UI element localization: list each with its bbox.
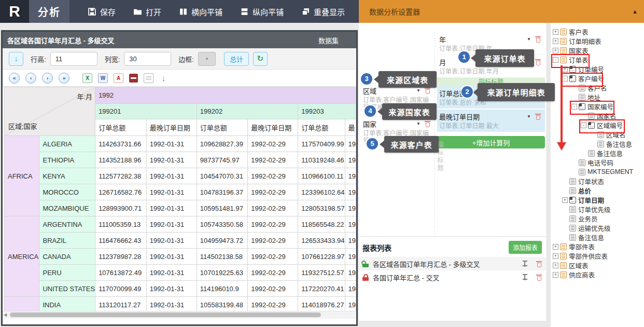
value-cell-clipped: 19 bbox=[345, 297, 356, 311]
tree-item[interactable]: 运输优先级 bbox=[551, 223, 644, 233]
expand-icon[interactable]: + bbox=[553, 253, 558, 259]
delete-field-icon[interactable] bbox=[535, 59, 541, 65]
tree-item-label: 客户名 bbox=[587, 83, 607, 93]
delete-field-icon[interactable] bbox=[535, 36, 541, 43]
apply-row-height-button[interactable]: ↓ bbox=[9, 52, 23, 66]
month-header-cell: 199203 bbox=[298, 104, 356, 119]
tab-analysis[interactable]: 分析 bbox=[29, 0, 69, 23]
expand-icon[interactable]: + bbox=[553, 263, 558, 268]
expand-icon[interactable]: + bbox=[562, 66, 568, 72]
collapse-icon[interactable]: - bbox=[581, 122, 586, 128]
scrollbar-thumb[interactable] bbox=[10, 312, 321, 317]
expand-icon[interactable]: + bbox=[553, 272, 558, 278]
tree-item-label: 备注信息 bbox=[578, 233, 604, 242]
tile-horizontal-button[interactable]: 横向平铺 bbox=[170, 0, 231, 23]
window-titlebar[interactable]: 各区域各国订单年月汇总 - 多级交叉 数据集 bbox=[3, 32, 356, 48]
download-icon[interactable]: ↓ bbox=[159, 74, 168, 83]
chevron-down-icon[interactable]: ▼ bbox=[416, 88, 421, 93]
row-height-input[interactable] bbox=[50, 52, 97, 66]
prev-page-button[interactable]: ‹ bbox=[25, 73, 36, 84]
tile-vertical-button[interactable]: 纵向平铺 bbox=[231, 0, 292, 23]
callout-badge-1: 1 bbox=[458, 51, 470, 63]
tree-item[interactable]: 备注信息 bbox=[551, 148, 644, 158]
tree-item[interactable]: 区域名 bbox=[551, 130, 644, 139]
tree-item[interactable]: MKTSEGMENT bbox=[551, 167, 644, 176]
collapse-icon[interactable]: - bbox=[571, 104, 577, 110]
tree-item[interactable]: 订单优先级 bbox=[551, 205, 644, 214]
scroll-left-icon[interactable]: ◀ bbox=[4, 312, 7, 317]
tree-item[interactable]: 地址 bbox=[551, 92, 644, 102]
tree-item-label: 订单状态 bbox=[578, 176, 604, 186]
chevron-down-icon[interactable]: ▼ bbox=[416, 121, 421, 126]
first-page-button[interactable]: « bbox=[9, 73, 20, 84]
border-select[interactable]: ▼ bbox=[198, 52, 216, 66]
pdf-icon[interactable]: A bbox=[114, 73, 123, 83]
add-report-button[interactable]: 添加报表 bbox=[509, 241, 542, 254]
tree-item[interactable]: +订单日期 bbox=[551, 195, 644, 205]
open-button[interactable]: 打开 bbox=[124, 0, 170, 23]
refresh-button[interactable]: ↻ bbox=[253, 52, 268, 66]
tree-item[interactable]: +客户表 bbox=[551, 27, 644, 36]
country-cell: BRAZIL bbox=[39, 233, 95, 249]
chevron-down-icon[interactable]: ▼ bbox=[527, 37, 531, 42]
tree-item[interactable]: +国家表 bbox=[551, 46, 644, 55]
delete-field-icon[interactable] bbox=[425, 120, 430, 127]
tree-item[interactable]: +零部件供应表 bbox=[551, 251, 644, 261]
tree-item[interactable]: -客户编号 bbox=[551, 74, 644, 83]
collapse-panel-icon[interactable]: ▲ bbox=[632, 8, 644, 15]
field-icon bbox=[579, 159, 585, 166]
delete-report-icon[interactable] bbox=[536, 274, 542, 281]
tree-item[interactable]: 总价 bbox=[551, 186, 644, 195]
tree-item[interactable]: +订单编号 bbox=[551, 64, 644, 74]
expand-icon[interactable]: + bbox=[553, 38, 558, 44]
delete-field-icon[interactable] bbox=[535, 113, 541, 120]
tree-item[interactable]: -订单表 bbox=[551, 55, 644, 64]
excel-icon[interactable]: X bbox=[82, 73, 92, 83]
print-icon[interactable] bbox=[129, 74, 138, 83]
expand-icon[interactable]: + bbox=[553, 48, 558, 53]
word-icon[interactable]: W bbox=[98, 73, 108, 83]
measure-header-cell-clipped: 最 bbox=[345, 119, 356, 136]
tree-item[interactable]: 电话号码 bbox=[551, 158, 644, 167]
tree-item-label: 订单明细表 bbox=[569, 36, 601, 46]
horizontal-scrollbar[interactable]: ◀ bbox=[3, 311, 356, 319]
total-button[interactable]: 总计 bbox=[224, 52, 249, 66]
tree-item[interactable]: 备注信息 bbox=[551, 139, 644, 148]
next-page-button[interactable]: › bbox=[42, 73, 53, 84]
report-list-item[interactable]: 各区域各国订单年月汇总 - 多级交叉 bbox=[359, 257, 546, 270]
tree-item[interactable]: +区域表 bbox=[551, 261, 644, 270]
add-calc-column-button[interactable]: +增加计算列 bbox=[437, 136, 545, 148]
chevron-down-icon[interactable]: ▼ bbox=[527, 114, 531, 119]
overlap-button[interactable]: 重叠显示 bbox=[292, 0, 354, 23]
tree-item[interactable]: 客户名 bbox=[551, 83, 644, 92]
last-page-button[interactable]: » bbox=[59, 73, 69, 84]
tree-item[interactable]: -国家编号 bbox=[551, 102, 644, 111]
document-icon[interactable] bbox=[144, 73, 153, 83]
tree-item[interactable]: -区域编号 bbox=[551, 120, 644, 130]
dataset-label[interactable]: 数据集 bbox=[318, 35, 356, 45]
tree-item[interactable]: 订单状态 bbox=[551, 176, 644, 186]
tree-item[interactable]: +供应商表 bbox=[551, 270, 644, 279]
metric-latest-order-date[interactable]: 最晚订单日期 ▼ 订单表.订单日期 最大 bbox=[437, 110, 545, 132]
expand-icon[interactable]: + bbox=[553, 244, 558, 250]
collapse-icon[interactable]: - bbox=[553, 57, 558, 63]
col-width-input[interactable] bbox=[124, 52, 171, 66]
window-title: 各区域各国订单年月汇总 - 多级交叉 bbox=[3, 35, 318, 45]
value-cell: 117220270.41 bbox=[298, 281, 345, 297]
delete-report-icon[interactable] bbox=[536, 261, 542, 267]
tree-item[interactable]: +零部件表 bbox=[551, 242, 644, 251]
tree-item[interactable]: 国家名 bbox=[551, 111, 644, 120]
tree-item[interactable]: 业务员 bbox=[551, 214, 644, 223]
tree-item-label: 运输优先级 bbox=[578, 223, 611, 233]
rename-report-icon[interactable] bbox=[522, 261, 528, 267]
expand-icon[interactable]: + bbox=[562, 197, 568, 203]
rename-report-icon[interactable] bbox=[522, 274, 528, 281]
report-list-item[interactable]: 各国订单年汇总 - 交叉 bbox=[359, 270, 546, 284]
collapse-icon[interactable]: - bbox=[562, 76, 568, 81]
save-button[interactable]: 保存 bbox=[79, 0, 124, 23]
value-cell: 114352188.96 bbox=[95, 152, 147, 168]
tree-item[interactable]: +订单明细表 bbox=[551, 36, 644, 46]
expand-icon[interactable]: + bbox=[553, 29, 558, 35]
tree-item[interactable]: 备注信息 bbox=[551, 233, 644, 242]
delete-field-icon[interactable] bbox=[425, 87, 430, 94]
